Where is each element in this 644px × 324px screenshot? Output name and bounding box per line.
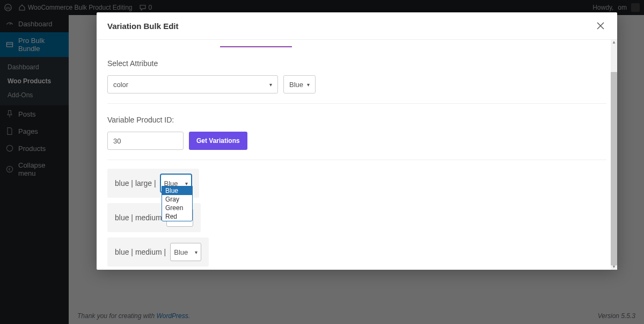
chevron-down-icon: ▾ [195, 249, 197, 255]
tab-indicator [107, 40, 606, 47]
dropdown-option-blue[interactable]: Blue [162, 186, 192, 195]
scroll-down-icon[interactable]: ▼ [611, 264, 617, 270]
chevron-down-icon: ▾ [269, 82, 272, 88]
dropdown-option-red[interactable]: Red [162, 212, 192, 221]
attribute-value-select-value: Blue [289, 81, 303, 89]
attribute-select-value: color [113, 81, 128, 89]
variation-bulk-edit-modal: Variation Bulk Edit Select Attribute col… [97, 12, 617, 270]
get-variations-button[interactable]: Get Variations [189, 132, 247, 150]
chevron-down-icon: ▾ [307, 82, 310, 88]
variation-row: blue | medium | Blue ▾ [107, 237, 209, 267]
select-attribute-label: Select Attribute [107, 59, 606, 68]
variation-color-value: Blue [174, 248, 188, 256]
close-icon [595, 20, 606, 31]
variable-product-id-label: Variable Product ID: [107, 116, 606, 124]
variable-id-row: Get Variations [107, 132, 606, 150]
scroll-up-icon[interactable]: ▲ [611, 40, 617, 45]
attribute-select[interactable]: color ▾ [107, 75, 278, 93]
modal-body: Select Attribute color ▾ Blue ▾ Variable… [97, 40, 617, 270]
chevron-down-icon: ▾ [185, 181, 188, 186]
scrollbar-track[interactable]: ▲ ▼ [611, 40, 617, 270]
select-attribute-section: Select Attribute color ▾ Blue ▾ [107, 47, 606, 104]
color-dropdown-menu: Blue Gray Green Red [162, 186, 193, 221]
modal-title: Variation Bulk Edit [107, 21, 179, 31]
variation-label: blue | large | [115, 179, 156, 188]
dropdown-option-green[interactable]: Green [162, 204, 192, 212]
attribute-value-select[interactable]: Blue ▾ [283, 75, 316, 93]
close-button[interactable] [595, 20, 606, 32]
variation-color-select[interactable]: Blue ▾ [170, 243, 201, 261]
scrollbar-thumb[interactable] [611, 72, 617, 265]
variation-list: blue | large | Blue ▾ Blue Gray Green Re… [107, 160, 606, 270]
variation-label: blue | medium [115, 213, 162, 222]
variation-label: blue | medium | [115, 248, 166, 256]
dropdown-option-gray[interactable]: Gray [162, 195, 192, 204]
modal-header: Variation Bulk Edit [97, 12, 617, 40]
variable-product-section: Variable Product ID: Get Variations [107, 104, 606, 160]
variable-product-id-input[interactable] [107, 132, 184, 150]
attribute-row: color ▾ Blue ▾ [107, 75, 606, 93]
